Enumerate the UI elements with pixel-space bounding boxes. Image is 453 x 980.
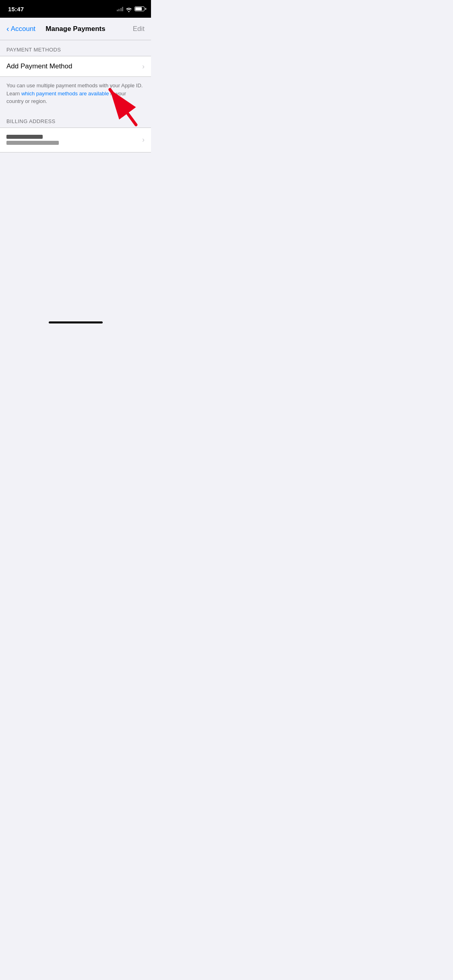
add-payment-method-row[interactable]: Add Payment Method ›: [0, 56, 151, 76]
add-payment-section: Add Payment Method ›: [0, 56, 151, 77]
battery-fill: [135, 7, 142, 10]
payment-methods-section-header: PAYMENT METHODS: [0, 40, 151, 56]
billing-name-redacted-line2: [6, 141, 59, 145]
payment-info-text: You can use multiple payment methods wit…: [0, 77, 151, 112]
add-payment-chevron-icon: ›: [142, 62, 145, 71]
back-button[interactable]: ‹ Account: [6, 25, 39, 33]
status-icons: [117, 6, 145, 11]
wifi-icon: [126, 6, 132, 11]
page-title: Manage Payments: [39, 25, 112, 33]
billing-address-chevron-icon: ›: [142, 136, 145, 144]
billing-address-content: [6, 135, 59, 145]
billing-name-redacted-line1: [6, 135, 43, 139]
status-bar: 15:47: [0, 0, 151, 18]
navigation-bar: ‹ Account Manage Payments Edit: [0, 18, 151, 40]
back-label: Account: [11, 25, 35, 33]
content-wrap: ‹ Account Manage Payments Edit PAYMENT M…: [0, 18, 151, 327]
chevron-left-icon: ‹: [6, 25, 9, 33]
billing-address-section: ›: [0, 128, 151, 152]
battery-icon: [134, 6, 145, 11]
billing-address-row[interactable]: ›: [0, 128, 151, 152]
add-payment-label: Add Payment Method: [6, 62, 72, 70]
status-time: 15:47: [8, 6, 24, 12]
signal-icon: [117, 7, 124, 11]
edit-button[interactable]: Edit: [112, 25, 145, 33]
billing-address-section-header: BILLING ADDRESS: [0, 112, 151, 128]
payment-methods-link[interactable]: which payment methods are available: [21, 91, 109, 97]
empty-area: [0, 152, 151, 327]
home-indicator: [49, 321, 103, 323]
